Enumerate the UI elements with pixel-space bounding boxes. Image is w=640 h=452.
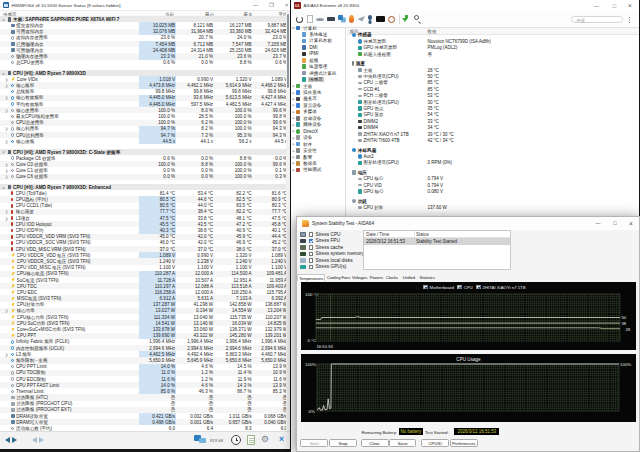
benchmark-icon[interactable]	[358, 16, 366, 22]
monitors-icon[interactable]	[338, 15, 344, 20]
log-row[interactable]: 2026/3/12 16:51:53 Stability Test Starte…	[364, 238, 510, 245]
update-arrow-icon[interactable]	[405, 15, 408, 18]
sst-tab[interactable]: Cooling Fans	[326, 274, 352, 282]
collapse-chevron-icon[interactable]: ∨	[2, 18, 6, 22]
sensor-item-row[interactable]: 机箱入侵检测 否	[347, 51, 640, 57]
sst-button[interactable]: Preferences	[450, 439, 478, 447]
hwinfo-exit-icon[interactable]: ×	[279, 434, 284, 444]
sst-tab[interactable]: Statistics	[418, 274, 436, 282]
expand-chevron-icon[interactable]: ❯	[5, 308, 9, 313]
tree-item-label: 计算机名称	[308, 38, 334, 43]
expand-chevron-icon[interactable]: ❯	[5, 174, 9, 179]
sst-button[interactable]: Save	[389, 439, 416, 447]
sst-tab[interactable]: Temperatures	[297, 274, 326, 282]
stress-checkbox[interactable]	[309, 265, 314, 270]
sst-button[interactable]: Start	[300, 439, 328, 447]
tree-item-icon	[296, 26, 301, 31]
expand-chevron-icon[interactable]: ❯	[5, 209, 9, 214]
tree-item-icon	[302, 52, 307, 57]
hwinfo-minimize-button[interactable]: —	[249, 0, 262, 10]
sst-tab[interactable]: Clocks	[385, 274, 399, 282]
sensor-type-icon	[11, 377, 14, 380]
collapse-chevron-icon[interactable]: ∨	[2, 72, 6, 76]
sensor-item-row[interactable]: CPU 封装 137.60 W	[347, 204, 640, 210]
tree-item[interactable]: ▶ 性能测试	[291, 167, 345, 173]
expand-chevron-icon[interactable]: ❯	[5, 168, 9, 173]
expand-chevron-icon[interactable]: ❯	[5, 77, 9, 82]
sensor-type-icon	[11, 115, 14, 118]
summary-icon[interactable]	[316, 18, 325, 21]
log-col-status[interactable]: Status	[416, 232, 429, 237]
memory-icon[interactable]	[327, 17, 336, 21]
refresh-icon[interactable]	[296, 16, 303, 23]
collapse-chevron-icon[interactable]: ∨	[2, 186, 6, 190]
expand-all-button[interactable]	[32, 436, 50, 446]
collapse-chevron-icon[interactable]: ∨	[2, 150, 6, 154]
expand-chevron-icon[interactable]: ❯	[5, 216, 9, 221]
flame-burnin-icon[interactable]	[349, 15, 355, 23]
clock-icon[interactable]	[388, 16, 395, 23]
remote-monitor-icon[interactable]	[194, 435, 206, 444]
expand-chevron-icon[interactable]: ❯	[5, 95, 9, 100]
aida64-minimize-button[interactable]: —	[590, 1, 604, 11]
clock-icon[interactable]	[231, 435, 241, 445]
osd-icon[interactable]	[376, 16, 386, 23]
aida64-close-button[interactable]: ×	[623, 1, 637, 11]
group-icon	[352, 33, 357, 38]
stress-checkbox[interactable]	[309, 239, 314, 244]
expand-chevron-icon[interactable]: ❯	[5, 83, 9, 88]
scrollbar-thumb[interactable]	[287, 14, 290, 88]
sst-minimize-button[interactable]: —	[590, 218, 606, 229]
sensor-row[interactable]: ❯ Core C6 驻留率 0.0 % 0.0 % 100.0 % 0.3 %	[0, 174, 286, 180]
group-label: 电压	[358, 170, 367, 175]
settings-gear-icon[interactable]: ⚙	[261, 434, 269, 444]
search-magnifier-icon[interactable]	[414, 15, 419, 20]
stress-checkbox[interactable]	[309, 252, 314, 257]
sensor-row[interactable]: ❯ 核心倍频 44.5 x 44.1 x 56.2 x 44.5 x	[0, 138, 286, 144]
sensor-max-value: 8.8 %	[215, 60, 253, 66]
sst-close-button[interactable]: ×	[623, 218, 639, 229]
more-options-icon[interactable]	[629, 17, 630, 18]
item-icon	[358, 113, 362, 117]
expand-chevron-icon[interactable]: ❯	[5, 139, 9, 144]
cpu-usage-chart: CPU Usage 100% 0% 100%	[301, 354, 636, 422]
user-icon[interactable]	[368, 15, 373, 20]
stress-checkbox[interactable]	[309, 232, 314, 237]
hwinfo-close-button[interactable]: ×	[280, 0, 290, 10]
search-input[interactable]: 搜索	[571, 16, 623, 23]
item-icon	[358, 161, 362, 165]
expand-chevron-icon[interactable]: ❯	[5, 352, 9, 357]
sst-event-log[interactable]: Date / Time Status 2026/3/12 16:51:53 St…	[363, 230, 511, 270]
sensor-row[interactable]: ❯ 总CPU使用率 0.6 % 0.0 % 8.8 % 0.6 %	[0, 60, 286, 66]
hwinfo-restore-button[interactable]: ❐	[265, 0, 278, 10]
toolbar-separator	[399, 14, 400, 24]
group-label: 传感器	[358, 32, 372, 37]
sensor-item-row[interactable]: GPU 核心 0.080 V	[347, 188, 640, 194]
log-col-datetime[interactable]: Date / Time	[366, 232, 389, 237]
collapse-all-button[interactable]	[5, 436, 23, 446]
stress-checkbox[interactable]	[309, 258, 314, 263]
sensor-item-row[interactable]: 图形处理器(GPU) 0 RPM (0%)	[347, 160, 640, 166]
expand-chevron-icon[interactable]: ❯	[5, 108, 9, 113]
stress-checkbox[interactable]	[309, 245, 314, 250]
hwinfo-scrollbar[interactable]	[286, 11, 290, 432]
sst-button[interactable]: CPUID	[421, 439, 449, 447]
sst-tab[interactable]: Voltages	[351, 274, 368, 282]
sst-button[interactable]: Clear	[361, 439, 389, 447]
item-icon	[358, 100, 362, 104]
expand-chevron-icon[interactable]: ❯	[5, 162, 9, 167]
sst-tab[interactable]: Unified	[402, 274, 417, 282]
report-icon[interactable]	[307, 15, 313, 23]
report-icon[interactable]	[247, 435, 255, 445]
aida64-titlebar: 64 AIDA64 Extreme v8.20.8300 — □ ×	[291, 0, 640, 11]
item-value: 50 °C	[428, 74, 439, 79]
stress-label: Stress local disks	[315, 258, 352, 263]
sst-tab[interactable]: Powers	[369, 274, 385, 282]
sst-button[interactable]: Stop	[329, 439, 357, 447]
sensor-item-row[interactable]: ZHITAI TI600 4TB 42 °C / 34 °C	[347, 137, 640, 143]
sst-maximize-button[interactable]: □	[607, 218, 623, 229]
expand-chevron-icon[interactable]: ❯	[5, 126, 9, 131]
tree-item-icon	[302, 45, 307, 50]
group-icon	[352, 61, 355, 66]
aida64-maximize-button[interactable]: □	[608, 1, 622, 11]
